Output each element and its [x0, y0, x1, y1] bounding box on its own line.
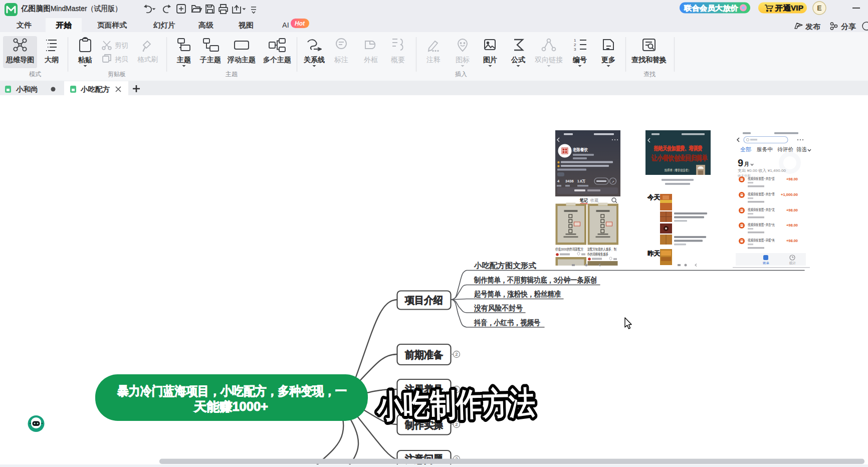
svg-text:小吃配方: 小吃配方	[81, 85, 110, 93]
svg-text:暴力冷门蓝海项目，小吃配方，多种变现，一: 暴力冷门蓝海项目，小吃配方，多种变现，一	[117, 384, 347, 398]
svg-text:1.8万: 1.8万	[577, 179, 585, 183]
svg-text:筛选: 筛选	[796, 146, 807, 152]
svg-text:+98.00: +98.00	[786, 177, 798, 181]
svg-text:视频倒板套图~来自*龙: 视频倒板套图~来自*龙	[748, 207, 775, 212]
svg-text:剪贴板: 剪贴板	[108, 71, 126, 78]
svg-text:图标: 图标	[456, 56, 470, 64]
svg-text:2: 2	[455, 351, 458, 357]
svg-text:联合会员大放价: 联合会员大放价	[684, 4, 739, 13]
svg-text:剪切: 剪切	[115, 42, 128, 49]
svg-text:账单: 账单	[763, 261, 770, 265]
svg-text:视频倒板套图~来自*显: 视频倒板套图~来自*显	[748, 192, 775, 196]
svg-text:格式刷: 格式刷	[137, 56, 158, 63]
svg-text:E: E	[817, 4, 821, 12]
svg-text:视频倒板套图~采暖*美: 视频倒板套图~采暖*美	[748, 238, 775, 243]
svg-text:+98.00: +98.00	[786, 239, 798, 243]
svg-text:页面样式: 页面样式	[97, 21, 127, 29]
svg-text:+98.00: +98.00	[786, 208, 798, 212]
svg-text:↗: ↗	[611, 180, 614, 183]
svg-text:MindMaster（试用版）: MindMaster（试用版）	[51, 4, 122, 13]
svg-text:全部: 全部	[740, 146, 751, 152]
svg-text:视频倒板套图~来自*光: 视频倒板套图~来自*光	[748, 222, 775, 227]
svg-text:拒绝天价加盟费、培训费: 拒绝天价加盟费、培训费	[654, 145, 702, 151]
svg-text:2: 2	[574, 43, 576, 47]
svg-text:小吃制作方法: 小吃制作方法	[375, 385, 535, 424]
svg-text:关系线: 关系线	[304, 56, 325, 64]
svg-text:拷贝: 拷贝	[115, 56, 128, 63]
svg-text:更多: 更多	[601, 56, 615, 64]
svg-text:概要: 概要	[391, 56, 405, 64]
svg-text:没有风险不封号: 没有风险不封号	[474, 304, 523, 312]
svg-text:支出 ¥0.00 收入 ¥1,490.00: 支出 ¥0.00 收入 ¥1,490.00	[738, 168, 786, 173]
svg-text:开通VIP: 开通VIP	[775, 4, 803, 12]
svg-text:起号简单，涨粉快，粉丝精准: 起号简单，涨粉快，粉丝精准	[474, 290, 561, 298]
svg-text:9: 9	[738, 157, 743, 168]
svg-text:+98.00: +98.00	[786, 223, 798, 227]
svg-text:主题: 主题	[177, 56, 191, 64]
svg-text:1: 1	[574, 38, 576, 43]
svg-text:大纲: 大纲	[45, 56, 59, 64]
svg-text:图片: 图片	[483, 56, 497, 64]
svg-text:收藏: 收藏	[590, 198, 598, 203]
svg-text:待评价: 待评价	[777, 146, 793, 152]
svg-text:开始: 开始	[56, 21, 72, 29]
svg-text:前期准备: 前期准备	[404, 349, 444, 360]
svg-text:查找和替换: 查找和替换	[631, 56, 667, 64]
svg-text:统计: 统计	[789, 261, 796, 265]
svg-text:主题: 主题	[226, 71, 238, 78]
svg-text:制作简单，不用剪辑功底，3分钟一条原创: 制作简单，不用剪辑功底，3分钟一条原创	[474, 276, 597, 284]
svg-text:小和尚: 小和尚	[16, 85, 38, 93]
svg-text:分享: 分享	[841, 23, 856, 31]
svg-text:+1,000.00: +1,000.00	[781, 192, 798, 197]
svg-text:3436: 3436	[565, 179, 574, 183]
svg-text:价值3000的炸鸡架配方: 价值3000的炸鸡架配方	[555, 247, 583, 252]
svg-text:文件: 文件	[17, 21, 32, 29]
svg-text:今天: 今天	[647, 194, 661, 201]
svg-text:标注: 标注	[334, 56, 348, 64]
svg-text:天能赚1000+: 天能赚1000+	[193, 399, 268, 413]
svg-text:让小餐饮创业回归简单: 让小餐饮创业回归简单	[651, 154, 708, 162]
svg-text:浮动主题: 浮动主题	[228, 56, 256, 64]
svg-text:外框: 外框	[364, 56, 378, 64]
svg-text:粘贴: 粘贴	[78, 56, 92, 64]
svg-text:高级: 高级	[198, 21, 214, 29]
svg-text:这配方知道的人越多、制: 这配方知道的人越多、制	[587, 247, 616, 252]
svg-text:视图: 视图	[239, 21, 254, 29]
svg-text:公式: 公式	[511, 56, 525, 64]
svg-text:抖音，小红书，视频号: 抖音，小红书，视频号	[474, 318, 540, 327]
svg-text:Hot: Hot	[295, 20, 305, 27]
svg-text:笔记: 笔记	[579, 198, 588, 203]
svg-text:作的鸡柳褪鱼越多: 作的鸡柳褪鱼越多	[587, 252, 608, 257]
svg-text:小吃配方图文形式: 小吃配方图文形式	[474, 261, 536, 270]
svg-text:子主题: 子主题	[200, 56, 221, 64]
svg-text:视频倒板套图~来自*蛋: 视频倒板套图~来自*蛋	[748, 176, 775, 181]
svg-text:幻灯片: 幻灯片	[153, 21, 175, 29]
svg-text:昨天: 昨天	[647, 250, 661, 257]
svg-text:思维导图: 思维导图	[6, 56, 34, 64]
svg-text:2: 2	[455, 421, 458, 427]
svg-text:3: 3	[574, 47, 576, 52]
svg-text:发布: 发布	[805, 23, 821, 31]
svg-text:双向链接: 双向链接	[535, 56, 563, 64]
svg-text:陈师傅（餐饮创业者）: 陈师傅（餐饮创业者）	[665, 168, 691, 172]
svg-text:月: 月	[744, 161, 749, 167]
svg-text:编号: 编号	[573, 56, 587, 64]
svg-text:AI: AI	[282, 21, 289, 29]
svg-text:老陈餐饮: 老陈餐饮	[572, 147, 588, 152]
svg-text:服务中: 服务中	[757, 146, 773, 152]
svg-text:插入: 插入	[455, 71, 467, 78]
svg-text:注释: 注释	[426, 56, 441, 64]
svg-text:查找: 查找	[643, 71, 656, 78]
svg-text:模式: 模式	[29, 71, 41, 78]
svg-text:多个主题: 多个主题	[263, 56, 291, 64]
svg-text:亿图脑图: 亿图脑图	[21, 4, 51, 13]
svg-text:项目介绍: 项目介绍	[404, 295, 443, 306]
